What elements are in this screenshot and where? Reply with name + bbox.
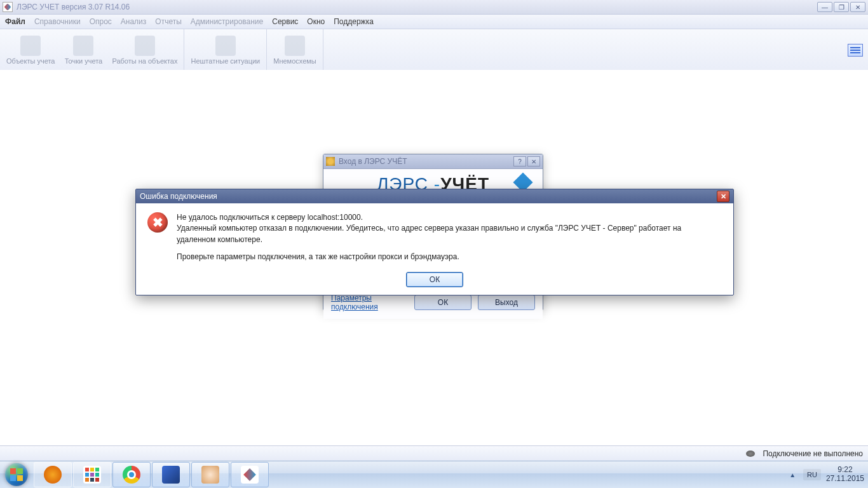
error-message: Не удалось подключиться к серверу localh… (177, 212, 722, 263)
toolbar-right (843, 29, 868, 71)
toolbar-menu-icon[interactable] (848, 44, 863, 57)
tray-clock[interactable]: 9:22 27.11.2015 (826, 466, 864, 484)
network-icon (162, 466, 180, 484)
tool-incidents-label: Нештатные ситуации (191, 57, 260, 65)
status-indicator-icon (746, 451, 755, 457)
lers-icon (241, 466, 259, 484)
login-help-button[interactable]: ? (513, 156, 526, 166)
helmet-icon (135, 36, 155, 56)
maximize-button[interactable]: ❐ (834, 2, 849, 12)
tool-objects-label: Объекты учета (6, 57, 55, 65)
tool-points-label: Точки учета (65, 57, 103, 65)
minimize-button[interactable]: ― (817, 2, 832, 12)
paint-icon (201, 466, 219, 484)
app-icon (3, 2, 13, 12)
app-window: ЛЭРС УЧЕТ версия 3.07 R14.06 ― ❐ ✕ Файл … (0, 0, 868, 488)
tray-expand-icon[interactable]: ▲ (787, 471, 798, 478)
toolbar: Объекты учета Точки учета Работы на объе… (0, 29, 868, 72)
tool-mnemo[interactable]: Мнемосхемы (269, 29, 320, 71)
error-icon: ✖ (147, 212, 168, 233)
chrome-icon (123, 466, 140, 484)
menu-window[interactable]: Окно (307, 17, 325, 26)
window-controls: ― ❐ ✕ (817, 2, 865, 12)
taskbar: ▲ RU 9:22 27.11.2015 (0, 461, 868, 488)
menu-support[interactable]: Поддержка (334, 17, 374, 26)
menu-analysis[interactable]: Анализ (121, 17, 147, 26)
login-icon (326, 157, 335, 166)
login-title-bar: Вход в ЛЭРС УЧЁТ ? ✕ (323, 154, 543, 169)
error-line3: Проверьте параметры подключения, а так ж… (177, 252, 722, 262)
error-line2: Удаленный компьютер отказал в подключени… (177, 223, 722, 245)
task-paint[interactable] (191, 462, 229, 487)
error-actions: ОК (136, 269, 733, 295)
login-ok-button[interactable]: ОК (414, 295, 471, 310)
toolbar-group-main: Объекты учета Точки учета Работы на объе… (0, 29, 184, 71)
error-body: ✖ Не удалось подключиться к серверу loca… (136, 203, 733, 269)
connection-params-link[interactable]: Параметры подключения (331, 294, 402, 311)
task-network[interactable] (152, 462, 190, 487)
error-title-bar: Ошибка подключения ✕ (136, 189, 733, 203)
task-grid-app[interactable] (73, 462, 111, 487)
menu-reference[interactable]: Справочники (34, 17, 81, 26)
grid-icon (83, 466, 101, 484)
menu-poll[interactable]: Опрос (90, 17, 112, 26)
close-button[interactable]: ✕ (850, 2, 865, 12)
toolbar-group-events: Нештатные ситуации (184, 29, 267, 71)
warning-icon (215, 36, 236, 56)
title-bar: ЛЭРС УЧЕТ версия 3.07 R14.06 ― ❐ ✕ (0, 0, 868, 15)
menu-bar: Файл Справочники Опрос Анализ Отчеты Адм… (0, 15, 868, 29)
login-title-text: Вход в ЛЭРС УЧЁТ (339, 157, 512, 166)
login-close-button[interactable]: ✕ (527, 156, 540, 166)
tray-date: 27.11.2015 (826, 475, 864, 484)
toolbar-group-mnemo: Мнемосхемы (267, 29, 323, 71)
menu-file[interactable]: Файл (5, 17, 25, 26)
pin-icon (285, 36, 305, 56)
tool-works[interactable]: Работы на объектах (108, 29, 181, 71)
menu-admin[interactable]: Администрирование (191, 17, 263, 26)
start-button[interactable] (0, 461, 33, 488)
login-exit-button[interactable]: Выход (478, 295, 535, 310)
window-title: ЛЭРС УЧЕТ версия 3.07 R14.06 (17, 3, 817, 11)
tool-works-label: Работы на объектах (112, 57, 177, 65)
home-icon (20, 36, 41, 56)
error-close-button[interactable]: ✕ (717, 191, 729, 202)
firefox-icon (44, 466, 62, 484)
task-lers[interactable] (231, 462, 269, 487)
tool-points[interactable]: Точки учета (58, 29, 108, 71)
status-bar: Подключение не выполнено (0, 445, 868, 461)
tool-mnemo-label: Мнемосхемы (273, 57, 316, 65)
task-chrome[interactable] (112, 462, 151, 487)
task-firefox[interactable] (34, 462, 72, 487)
error-line1: Не удалось подключиться к серверу localh… (177, 212, 722, 223)
error-ok-button[interactable]: ОК (406, 272, 463, 287)
gauge-icon (73, 36, 93, 56)
status-text: Подключение не выполнено (763, 449, 863, 458)
tool-incidents[interactable]: Нештатные ситуации (187, 29, 264, 71)
menu-service[interactable]: Сервис (272, 17, 298, 26)
error-dialog: Ошибка подключения ✕ ✖ Не удалось подклю… (135, 189, 734, 295)
tray-language[interactable]: RU (803, 469, 821, 480)
system-tray: ▲ RU 9:22 27.11.2015 (783, 461, 868, 488)
tool-objects[interactable]: Объекты учета (3, 29, 58, 71)
error-title-text: Ошибка подключения (140, 192, 717, 201)
menu-reports[interactable]: Отчеты (155, 17, 181, 26)
tray-time: 9:22 (826, 466, 864, 475)
